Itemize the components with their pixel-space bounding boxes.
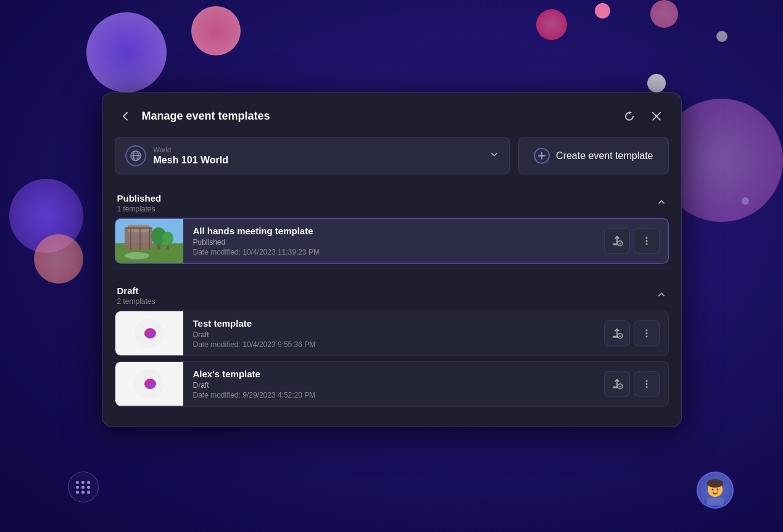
svg-point-37 [645, 386, 647, 388]
template-thumbnail-alexs [115, 361, 183, 406]
grid-dots-icon [76, 481, 91, 494]
svg-point-35 [645, 380, 647, 382]
template-thumbnail-test [115, 311, 183, 355]
draft-section-title: Draft [117, 285, 155, 295]
decorative-blob-10 [716, 31, 727, 42]
globe-icon [130, 149, 142, 162]
user-avatar[interactable] [697, 472, 734, 509]
decorative-blob-5 [650, 0, 678, 28]
back-icon [120, 110, 131, 121]
template-status-test: Draft [193, 330, 594, 338]
template-status-alexs: Draft [193, 380, 594, 389]
svg-point-31 [645, 335, 647, 337]
mesh-logo-thumbnail-alexs [115, 361, 183, 406]
refresh-button[interactable] [619, 106, 639, 126]
publish-button-all-hands[interactable] [604, 227, 630, 253]
publish-icon-alexs [611, 377, 623, 390]
world-label: World [154, 145, 483, 153]
dialog-title: Manage event templates [142, 110, 612, 123]
published-collapse-icon [657, 197, 666, 208]
svg-point-20 [125, 252, 149, 259]
decorative-blob-9 [647, 74, 666, 92]
template-info-test: Test template Draft Date modified: 10/4/… [183, 311, 604, 354]
draft-section: Draft 2 templates [102, 277, 681, 406]
scene-thumbnail [115, 218, 183, 263]
world-selector[interactable]: World Mesh 101 World [115, 137, 510, 174]
published-section-header[interactable]: Published 1 templates [115, 185, 669, 218]
avatar-svg [700, 472, 730, 508]
scene-svg [115, 218, 183, 263]
svg-point-22 [618, 240, 623, 245]
create-button-label: Create event template [556, 150, 653, 161]
manage-event-templates-dialog: Manage event templates [102, 92, 682, 427]
template-date-all-hands: Date modified: 10/4/2023 11:39:23 PM [193, 247, 594, 256]
publish-icon [611, 234, 623, 247]
more-options-button-all-hands[interactable] [634, 227, 660, 253]
published-section-count: 1 templates [117, 204, 162, 213]
refresh-icon [624, 110, 635, 121]
svg-point-5 [717, 489, 719, 491]
svg-point-34 [618, 383, 623, 388]
more-options-icon [640, 234, 653, 247]
more-options-button-alexs[interactable] [634, 370, 660, 396]
more-options-icon-alexs [640, 377, 653, 390]
template-date-test: Date modified: 10/4/2023 9:55:36 PM [193, 340, 594, 348]
svg-point-30 [645, 332, 647, 334]
published-section: Published 1 templates [102, 185, 681, 263]
world-name: Mesh 101 World [154, 154, 483, 165]
svg-point-19 [162, 231, 173, 245]
template-name-all-hands: All hands meeting template [193, 225, 594, 235]
decorative-blob-4 [595, 3, 610, 18]
world-info: World Mesh 101 World [154, 145, 483, 165]
svg-point-28 [618, 333, 623, 338]
template-actions-all-hands [604, 227, 668, 253]
template-info-all-hands: All hands meeting template Published Dat… [183, 219, 604, 262]
close-icon [652, 111, 661, 121]
decorative-blob-3 [536, 9, 567, 40]
more-options-icon-test [640, 327, 653, 339]
template-status-all-hands: Published [193, 237, 594, 246]
template-name-test: Test template [193, 317, 594, 328]
svg-point-4 [712, 489, 714, 491]
decorative-blob-2 [191, 6, 241, 55]
mesh-logo-svg-test [133, 317, 165, 349]
template-card-all-hands[interactable]: All hands meeting template Published Dat… [115, 218, 669, 263]
chevron-down-icon [489, 150, 499, 162]
grid-menu-button[interactable] [68, 472, 99, 502]
template-card-alexs[interactable]: Alex's template Draft Date modified: 9/2… [115, 361, 669, 406]
plus-circle-icon [534, 147, 550, 163]
section-divider [115, 268, 669, 269]
svg-point-2 [707, 479, 723, 488]
back-button[interactable] [117, 107, 135, 125]
published-section-title: Published [117, 192, 162, 203]
template-actions-alexs [604, 370, 668, 396]
more-options-button-test[interactable] [634, 320, 660, 346]
top-row: World Mesh 101 World Create event templa… [102, 137, 681, 185]
draft-section-count: 2 templates [117, 297, 155, 305]
draft-collapse-icon [657, 289, 666, 301]
publish-button-test[interactable] [604, 320, 630, 346]
create-event-template-button[interactable]: Create event template [518, 137, 668, 174]
svg-point-36 [645, 383, 647, 385]
decorative-blob-8 [34, 234, 83, 284]
template-card-test[interactable]: Test template Draft Date modified: 10/4/… [115, 310, 669, 356]
template-name-alexs: Alex's template [193, 368, 594, 379]
publish-icon-test [611, 327, 623, 339]
dialog-header: Manage event templates [102, 92, 681, 137]
template-date-alexs: Date modified: 9/29/2023 4:52:20 PM [193, 390, 594, 399]
svg-point-23 [645, 237, 647, 239]
mesh-logo-svg-alexs [133, 367, 165, 399]
mesh-logo-thumbnail-test [115, 311, 183, 355]
decorative-blob-11 [742, 197, 749, 205]
template-info-alexs: Alex's template Draft Date modified: 9/2… [183, 362, 604, 405]
world-icon [125, 145, 146, 166]
decorative-blob-1 [86, 12, 167, 92]
template-actions-test [604, 320, 668, 346]
svg-rect-3 [706, 498, 724, 505]
template-thumbnail-all-hands [115, 218, 183, 263]
svg-point-29 [645, 329, 647, 331]
svg-point-25 [645, 243, 647, 245]
draft-section-header[interactable]: Draft 2 templates [115, 277, 669, 310]
close-button[interactable] [647, 106, 666, 126]
publish-button-alexs[interactable] [604, 370, 630, 396]
